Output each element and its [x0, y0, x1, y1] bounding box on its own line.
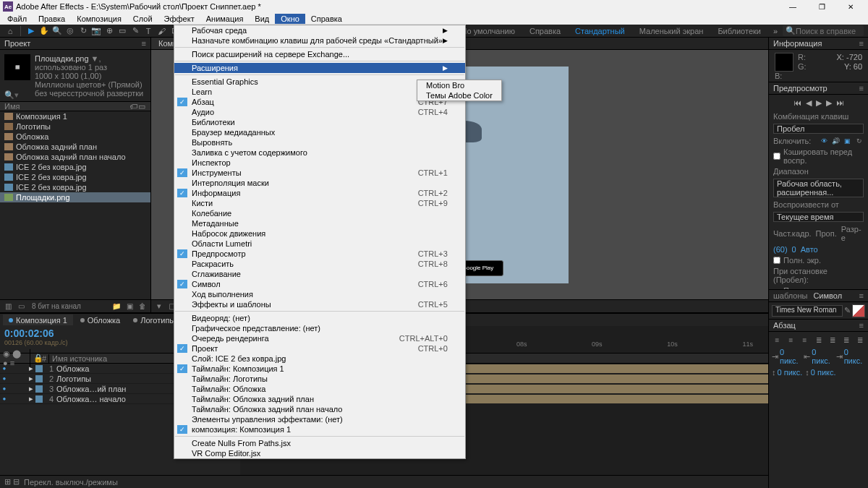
menu-Слой[interactable]: Слой — [127, 14, 158, 24]
justify-all-icon[interactable]: ≣ — [854, 335, 865, 345]
menu-item[interactable]: Библиотеки — [174, 117, 465, 127]
justify-left-icon[interactable]: ≣ — [813, 335, 824, 345]
menu-item[interactable]: Расширения▶ — [174, 63, 465, 73]
panel-menu-icon[interactable]: ≡ — [859, 84, 864, 93]
menu-Вид[interactable]: Вид — [249, 14, 275, 24]
menu-item[interactable]: Рабочая среда▶ — [174, 25, 465, 35]
menu-item[interactable]: РаскраситьCTRL+8 — [174, 259, 465, 269]
new-comp-icon[interactable]: ▣ — [124, 301, 135, 312]
project-item[interactable]: ICE 2 без ковра.jpg — [0, 172, 150, 182]
menu-item[interactable]: Видеоряд: (нет) — [174, 313, 465, 323]
menu-item[interactable]: Инспектор — [174, 158, 465, 168]
menu-item[interactable]: Колебание — [174, 208, 465, 218]
justify-right-icon[interactable]: ≣ — [841, 335, 851, 345]
panel-menu-icon[interactable]: ≡ — [859, 321, 864, 330]
col-name[interactable]: Имя — [4, 102, 129, 111]
prev-frame-icon[interactable]: ◀ — [806, 98, 812, 108]
overlay-icon[interactable]: ▣ — [843, 137, 852, 145]
col-tag-icon[interactable]: 🏷 — [129, 102, 137, 111]
character-tab[interactable]: Символ — [813, 291, 842, 300]
menu-item[interactable]: Интерполяция маски — [174, 178, 465, 188]
rotate-tool-icon[interactable]: ↻ — [77, 25, 89, 37]
menu-item[interactable]: ✓Таймлайн: Композиция 1 — [174, 364, 465, 374]
rect-tool-icon[interactable]: ▭ — [116, 25, 128, 37]
panel-menu-icon[interactable]: ≡ — [142, 39, 146, 48]
last-frame-icon[interactable]: ⏭ — [836, 98, 844, 107]
home-icon[interactable]: ⌂ — [4, 25, 16, 37]
menu-item[interactable]: Сглаживание — [174, 269, 465, 279]
project-item[interactable]: ICE 2 без ковра.jpg — [0, 182, 150, 192]
hand-tool-icon[interactable]: ✋ — [38, 25, 50, 37]
orbit-tool-icon[interactable]: ◎ — [64, 25, 76, 37]
selection-tool-icon[interactable]: ▶ — [25, 25, 37, 37]
trash-icon[interactable]: 🗑 — [137, 301, 148, 312]
timeline-tab[interactable]: Композиция 1 — [3, 314, 73, 325]
menu-Файл[interactable]: Файл — [1, 14, 33, 24]
project-item[interactable]: Обложка задний план — [0, 142, 150, 152]
next-frame-icon[interactable]: ▶ — [826, 98, 832, 108]
skip-value[interactable]: 0 — [792, 245, 796, 254]
justify-center-icon[interactable]: ≣ — [827, 335, 838, 345]
info-tab[interactable]: Информация — [773, 39, 822, 48]
menu-item[interactable]: КистиCTRL+9 — [174, 198, 465, 208]
cache-checkbox[interactable] — [773, 153, 780, 160]
menu-Окно[interactable]: Окно — [275, 14, 305, 24]
submenu-item[interactable]: Темы Adobe Color — [417, 90, 501, 100]
pen-tool-icon[interactable]: ✎ — [129, 25, 141, 37]
menu-Композиция[interactable]: Композиция — [71, 14, 127, 24]
indent-left[interactable]: 0 пикс. — [780, 348, 801, 365]
toggle-switches-icon[interactable]: ⊞ ⊟ — [4, 477, 20, 487]
res-value[interactable]: Авто — [801, 245, 818, 254]
anchor-tool-icon[interactable]: ⊕ — [103, 25, 115, 37]
panel-menu-icon[interactable]: ≡ — [859, 39, 864, 48]
menu-item[interactable]: Графическое представление: (нет) — [174, 323, 465, 333]
menu-item[interactable]: Таймлайн: Обложка — [174, 384, 465, 394]
menu-item[interactable]: Ход выполнения — [174, 289, 465, 299]
maximize-button[interactable]: ❐ — [807, 0, 836, 13]
menu-item[interactable]: Выровнять — [174, 137, 465, 147]
indent-right[interactable]: 0 пикс. — [844, 348, 865, 365]
menu-item[interactable]: Области Lumetri — [174, 239, 465, 249]
templates-tab[interactable]: шаблоны — [773, 291, 807, 300]
fullscreen-checkbox[interactable] — [773, 257, 780, 264]
workspace-Стандартный[interactable]: Стандартный — [568, 27, 632, 35]
menu-item[interactable]: Таймлайн: Логотипы — [174, 374, 465, 384]
panel-menu-icon[interactable]: ≡ — [859, 291, 864, 300]
menu-Эффект[interactable]: Эффект — [158, 14, 200, 24]
project-item[interactable]: Композиция 1 — [0, 111, 150, 121]
visibility-icon[interactable]: ● — [0, 375, 9, 382]
paragraph-tab[interactable]: Абзац — [773, 321, 796, 330]
align-center-icon[interactable]: ≡ — [786, 335, 796, 345]
zoom-tool-icon[interactable]: 🔍 — [51, 25, 63, 37]
menu-item[interactable]: ✓ИнформацияCTRL+2 — [174, 188, 465, 198]
col-type-icon[interactable]: ▭ — [137, 102, 146, 111]
menu-item[interactable]: VR Comp Editor.jsx — [174, 448, 465, 458]
workspace-Библиотеки[interactable]: Библиотеки — [710, 27, 768, 35]
menu-item[interactable]: Элементы управления эффектами: (нет) — [174, 414, 465, 424]
fps-value[interactable]: (60) — [773, 245, 788, 254]
menu-item[interactable]: Слой: ICE 2 без ковра.jpg — [174, 354, 465, 364]
align-right-icon[interactable]: ≡ — [799, 335, 810, 345]
camera-tool-icon[interactable]: 📷 — [90, 25, 102, 37]
menu-item[interactable]: Заливка с учетом содержимого — [174, 147, 465, 158]
workspace-Маленький экран[interactable]: Маленький экран — [632, 27, 711, 35]
project-item[interactable]: Обложка — [0, 132, 150, 142]
space-before[interactable]: 0 пикс. — [778, 368, 803, 377]
workspace-Справка[interactable]: Справка — [522, 27, 568, 35]
bpc-icon[interactable]: ▭ — [16, 301, 26, 312]
toggle-switches-label[interactable]: Перекл. выключ./режимы — [24, 478, 118, 487]
visibility-icon[interactable]: ● — [0, 365, 9, 372]
menu-Правка[interactable]: Правка — [33, 14, 71, 24]
menu-item[interactable]: ✓ПроектCTRL+0 — [174, 343, 465, 354]
menu-item[interactable]: Очередь рендерингаCTRL+ALT+0 — [174, 333, 465, 343]
close-button[interactable]: ✕ — [836, 0, 865, 13]
new-folder-icon[interactable]: 📁 — [111, 301, 122, 312]
range-dropdown[interactable]: Рабочая область, расширенная... — [773, 179, 864, 197]
indent-first[interactable]: 0 пикс. — [812, 348, 833, 365]
visibility-icon[interactable]: ● — [0, 385, 9, 392]
menu-Справка[interactable]: Справка — [305, 14, 348, 24]
play-icon[interactable]: ▶ — [816, 98, 822, 108]
bpc-label[interactable]: 8 бит на канал — [32, 302, 81, 310]
menu-item[interactable]: Create Nulls From Paths.jsx — [174, 438, 465, 448]
help-search-input[interactable] — [796, 27, 861, 35]
